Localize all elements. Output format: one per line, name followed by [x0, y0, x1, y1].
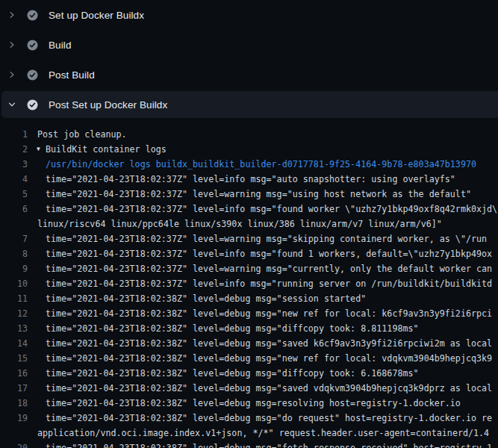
log-line-number[interactable]: 10 — [0, 276, 28, 291]
log-line-number[interactable]: 17 — [0, 381, 28, 396]
log-line: 6 time="2021-04-23T18:02:37Z" level=info… — [0, 202, 498, 217]
step-row-build[interactable]: Build — [0, 30, 498, 60]
log-line-number[interactable]: 16 — [0, 366, 28, 381]
log-line-text: time="2021-04-23T18:02:37Z" level=info m… — [46, 172, 455, 187]
log-line-text: application/vnd.oci.image.index.v1+json,… — [37, 426, 489, 441]
log-line: 18 time="2021-04-23T18:02:38Z" level=deb… — [0, 396, 498, 411]
chevron-right-icon — [7, 40, 16, 49]
log-line-text: time="2021-04-23T18:02:38Z" level=debug … — [46, 396, 461, 411]
log-line-text: time="2021-04-23T18:02:38Z" level=debug … — [46, 291, 366, 306]
step-list: Set up Docker Buildx Build Post Build Po… — [0, 0, 498, 118]
log-line-number[interactable]: 20 — [0, 441, 28, 448]
workflow-log-viewer: Set up Docker Buildx Build Post Build Po… — [0, 0, 498, 448]
log-line: 10 time="2021-04-23T18:02:37Z" level=inf… — [0, 276, 498, 291]
log-line-number[interactable]: 18 — [0, 396, 28, 411]
log-line: 8 time="2021-04-23T18:02:37Z" level=info… — [0, 246, 498, 261]
log-line: 11 time="2021-04-23T18:02:38Z" level=deb… — [0, 291, 498, 306]
check-circle-icon — [27, 69, 38, 81]
log-line-number[interactable]: 12 — [0, 306, 28, 321]
log-line-text: time="2021-04-23T18:02:37Z" level=info m… — [46, 202, 498, 217]
log-line: 3 /usr/bin/docker logs buildx_buildkit_b… — [0, 157, 498, 172]
step-row-post-build[interactable]: Post Build — [0, 60, 498, 90]
log-line: 19 time="2021-04-23T18:02:38Z" level=deb… — [0, 411, 498, 426]
log-line-number[interactable]: 8 — [0, 246, 28, 261]
chevron-right-icon — [7, 70, 16, 79]
log-line-text: BuildKit container logs — [46, 142, 166, 157]
check-circle-icon — [27, 40, 38, 51]
log-line: application/vnd.oci.image.index.v1+json,… — [0, 426, 498, 441]
log-line-number[interactable]: 14 — [0, 336, 28, 351]
log-line: 5 time="2021-04-23T18:02:37Z" level=warn… — [0, 187, 498, 202]
log-line-text: time="2021-04-23T18:02:38Z" level=debug … — [46, 351, 492, 366]
log-line-number[interactable]: 11 — [0, 291, 28, 306]
log-line-text: time="2021-04-23T18:02:38Z" level=debug … — [46, 336, 492, 351]
log-line-text: time="2021-04-23T18:02:38Z" level=debug … — [46, 411, 492, 426]
check-circle-icon — [27, 99, 38, 111]
log-line: 14 time="2021-04-23T18:02:38Z" level=deb… — [0, 336, 498, 351]
log-line-text: time="2021-04-23T18:02:38Z" level=debug … — [46, 321, 419, 336]
log-line-number[interactable]: 2 — [0, 142, 28, 157]
step-title: Build — [49, 40, 72, 51]
log-line-number[interactable]: 4 — [0, 172, 28, 187]
log-line-text: time="2021-04-23T18:02:38Z" level=debug … — [46, 306, 492, 321]
log-line-text: time="2021-04-23T18:02:38Z" level=debug … — [46, 366, 419, 381]
log-line-number[interactable]: 1 — [0, 127, 28, 142]
step-row-set-up-docker-buildx[interactable]: Set up Docker Buildx — [0, 0, 498, 30]
chevron-right-icon — [7, 10, 16, 19]
step-title: Post Build — [49, 69, 95, 81]
log-line-text: linux/riscv64 linux/ppc64le linux/s390x … — [37, 217, 442, 231]
log-line: 16 time="2021-04-23T18:02:38Z" level=deb… — [0, 366, 498, 381]
log-line: 9 time="2021-04-23T18:02:37Z" level=warn… — [0, 261, 498, 276]
log-line: 15 time="2021-04-23T18:02:38Z" level=deb… — [0, 351, 498, 366]
log-line-number[interactable]: 6 — [0, 202, 28, 217]
chevron-down-icon — [7, 100, 16, 109]
log-line-number[interactable] — [0, 426, 28, 441]
log-line-number[interactable] — [0, 217, 28, 231]
log-line-text: time="2021-04-23T18:02:37Z" level=info m… — [46, 276, 492, 291]
log-line: 17 time="2021-04-23T18:02:38Z" level=deb… — [0, 381, 498, 396]
step-title: Post Set up Docker Buildx — [49, 99, 167, 111]
log-line: 20 time="2021-04-23T18:02:38Z" level=deb… — [0, 441, 498, 448]
log-line-number[interactable]: 5 — [0, 187, 28, 202]
log-line: 12 time="2021-04-23T18:02:38Z" level=deb… — [0, 306, 498, 321]
log-line-text: time="2021-04-23T18:02:37Z" level=warnin… — [46, 261, 492, 276]
log-line-text: /usr/bin/docker logs buildx_buildkit_bui… — [46, 157, 476, 172]
group-expander-icon[interactable]: ▼ — [37, 142, 46, 157]
check-circle-icon — [27, 10, 38, 21]
log-line-text: time="2021-04-23T18:02:38Z" level=debug … — [46, 381, 492, 396]
log-line: 13 time="2021-04-23T18:02:38Z" level=deb… — [0, 321, 498, 336]
step-row-post-set-up-docker-buildx[interactable]: Post Set up Docker Buildx — [1, 91, 498, 118]
log-line: 4 time="2021-04-23T18:02:37Z" level=info… — [0, 172, 498, 187]
step-title: Set up Docker Buildx — [49, 10, 144, 21]
log-line-text: time="2021-04-23T18:02:37Z" level=info m… — [46, 246, 492, 261]
log-line-text: Post job cleanup. — [37, 127, 127, 142]
log-line-number[interactable]: 7 — [0, 231, 28, 246]
log-line-text: time="2021-04-23T18:02:37Z" level=warnin… — [46, 231, 487, 246]
log-line-number[interactable]: 9 — [0, 261, 28, 276]
log-line: 7 time="2021-04-23T18:02:37Z" level=warn… — [0, 231, 498, 246]
log-area: 1 Post job cleanup. 2 ▼ BuildKit contain… — [0, 119, 498, 448]
log-line-text: time="2021-04-23T18:02:37Z" level=warnin… — [46, 187, 471, 202]
log-line: 2 ▼ BuildKit container logs — [0, 142, 498, 157]
log-line: 1 Post job cleanup. — [0, 127, 498, 142]
log-line-text: time="2021-04-23T18:02:38Z" level=debug … — [46, 441, 492, 448]
log-line-number[interactable]: 19 — [0, 411, 28, 426]
log-line: linux/riscv64 linux/ppc64le linux/s390x … — [0, 217, 498, 231]
log-line-number[interactable]: 13 — [0, 321, 28, 336]
log-line-number[interactable]: 3 — [0, 157, 28, 172]
log-line-number[interactable]: 15 — [0, 351, 28, 366]
